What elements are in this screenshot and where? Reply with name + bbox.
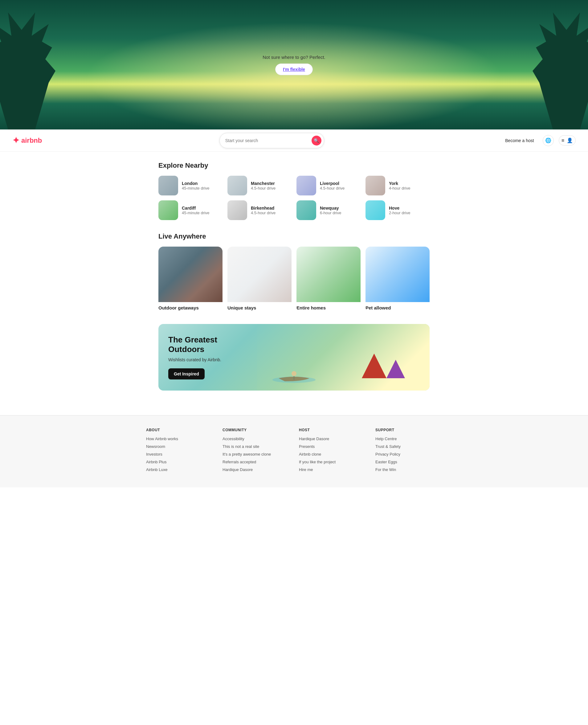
get-inspired-button[interactable]: Get Inspired: [168, 368, 205, 379]
nearby-item-newquay[interactable]: Newquay 6-hour drive: [296, 200, 361, 220]
canoe-svg: [266, 360, 322, 385]
nearby-item-birkenhead[interactable]: Birkenhead 4.5-hour drive: [227, 200, 292, 220]
nearby-info-birkenhead: Birkenhead 4.5-hour drive: [251, 206, 275, 215]
tent1-decoration: [362, 354, 386, 378]
navbar-right: Become a host 🌐 ≡ 👤: [501, 135, 576, 146]
navbar: ✦ airbnb 🔍 Become a host 🌐 ≡ 👤: [0, 129, 588, 152]
footer-support-link-3[interactable]: Easter Eggs: [375, 460, 442, 464]
hero-section: Not sure where to go? Perfect. I'm flexi…: [0, 0, 588, 129]
nearby-info-newquay: Newquay 6-hour drive: [320, 206, 341, 215]
footer-community-title: COMMUNITY: [223, 428, 289, 432]
footer-support-link-2[interactable]: Privacy Policy: [375, 452, 442, 457]
logo-icon: ✦: [12, 135, 19, 145]
footer-about-link-2[interactable]: Investors: [146, 452, 213, 457]
hamburger-icon: ≡: [562, 138, 564, 143]
hero-tagline: Not sure where to go? Perfect.: [262, 55, 325, 60]
footer-community-link-4[interactable]: Hardique Dasore: [223, 467, 289, 472]
nearby-item-hove[interactable]: Hove 2-hour drive: [365, 200, 429, 220]
footer-support-link-1[interactable]: Trust & Safety: [375, 444, 442, 449]
live-card-img-outdoor: [159, 247, 223, 302]
nearby-info-cardiff: Cardiff 45-minute drive: [182, 206, 210, 215]
nearby-thumb-manchester: [227, 176, 247, 195]
nearby-name-newquay: Newquay: [320, 206, 341, 210]
nearby-name-liverpool: Liverpool: [320, 181, 344, 186]
footer-host-section: HOST Hardique Dasore Presents Airbnb clo…: [299, 428, 365, 475]
nearby-item-london[interactable]: London 45-minute drive: [159, 176, 223, 195]
live-card-img-unique: [227, 247, 292, 302]
footer-host-link-4[interactable]: Hire me: [299, 467, 365, 472]
tent2-decoration: [386, 360, 405, 378]
footer-host-title: HOST: [299, 428, 365, 432]
nearby-name-cardiff: Cardiff: [182, 206, 210, 210]
footer-host-link-3[interactable]: If you like the project: [299, 460, 365, 464]
language-button[interactable]: 🌐: [543, 135, 554, 146]
footer-community-link-1[interactable]: This is not a real site: [223, 444, 289, 449]
nearby-name-london: London: [182, 181, 210, 186]
footer-community-section: COMMUNITY Accessibility This is not a re…: [223, 428, 289, 475]
live-card-outdoor[interactable]: Outdoor getaways: [159, 247, 223, 312]
user-icon: 👤: [567, 138, 573, 143]
nearby-info-hove: Hove 2-hour drive: [389, 206, 410, 215]
search-icon: 🔍: [314, 138, 319, 143]
live-card-unique[interactable]: Unique stays: [227, 247, 292, 312]
nearby-info-manchester: Manchester 4.5-hour drive: [251, 181, 275, 190]
logo-text: airbnb: [21, 137, 42, 145]
im-flexible-button[interactable]: I'm flexible: [275, 63, 313, 75]
nearby-time-manchester: 4.5-hour drive: [251, 186, 275, 190]
nearby-thumb-hove: [365, 200, 385, 220]
nearby-name-manchester: Manchester: [251, 181, 275, 186]
nearby-thumb-newquay: [296, 200, 316, 220]
footer-about-link-4[interactable]: Airbnb Luxe: [146, 467, 213, 472]
search-input[interactable]: [225, 138, 309, 143]
nearby-time-liverpool: 4.5-hour drive: [320, 186, 344, 190]
footer-community-link-2[interactable]: It's a pretty awesome clone: [223, 452, 289, 457]
footer-host-link-2[interactable]: Airbnb clone: [299, 452, 365, 457]
search-button[interactable]: 🔍: [312, 136, 321, 145]
footer-host-link-1[interactable]: Presents: [299, 444, 365, 449]
nearby-thumb-york: [365, 176, 385, 195]
footer-community-link-0[interactable]: Accessibility: [223, 436, 289, 441]
main-content: Explore Nearby London 45-minute drive Ma…: [146, 152, 442, 415]
live-anywhere-grid: Outdoor getaways Unique stays Entire hom…: [159, 247, 429, 312]
search-bar[interactable]: 🔍: [219, 133, 324, 148]
outdoors-banner-subtitle: Wishlists curated by Airbnb.: [168, 357, 247, 362]
footer-about-link-0[interactable]: How Airbnb works: [146, 436, 213, 441]
nearby-time-birkenhead: 4.5-hour drive: [251, 210, 275, 215]
nearby-item-cardiff[interactable]: Cardiff 45-minute drive: [159, 200, 223, 220]
footer-support-section: SUPPORT Help Centre Trust & Safety Priva…: [375, 428, 442, 475]
footer-about-link-1[interactable]: Newsroom: [146, 444, 213, 449]
explore-nearby-title: Explore Nearby: [159, 162, 429, 169]
nearby-item-york[interactable]: York 4-hour drive: [365, 176, 429, 195]
nearby-time-hove: 2-hour drive: [389, 210, 410, 215]
footer-support-title: SUPPORT: [375, 428, 442, 432]
footer-support-link-0[interactable]: Help Centre: [375, 436, 442, 441]
footer-about-link-3[interactable]: Airbnb Plus: [146, 460, 213, 464]
nearby-time-york: 4-hour drive: [389, 186, 410, 190]
nearby-thumb-birkenhead: [227, 200, 247, 220]
nearby-info-london: London 45-minute drive: [182, 181, 210, 190]
footer-host-link-0[interactable]: Hardique Dasore: [299, 436, 365, 441]
svg-point-1: [292, 371, 296, 376]
footer: ABOUT How Airbnb works Newsroom Investor…: [0, 415, 588, 487]
become-host-link[interactable]: Become a host: [501, 136, 538, 145]
live-card-label-unique: Unique stays: [227, 302, 292, 312]
live-card-img-pet: [365, 247, 429, 302]
footer-support-link-4[interactable]: For the Win: [375, 467, 442, 472]
outdoors-banner-image: [257, 324, 429, 391]
nearby-name-birkenhead: Birkenhead: [251, 206, 275, 210]
outdoors-banner-title: The Greatest Outdoors: [168, 335, 247, 354]
logo[interactable]: ✦ airbnb: [12, 135, 42, 145]
outdoors-banner-content: The Greatest Outdoors Wishlists curated …: [159, 324, 257, 391]
explore-nearby-grid: London 45-minute drive Manchester 4.5-ho…: [159, 176, 429, 220]
live-card-pet[interactable]: Pet allowed: [365, 247, 429, 312]
footer-about-title: ABOUT: [146, 428, 213, 432]
footer-about-section: ABOUT How Airbnb works Newsroom Investor…: [146, 428, 213, 475]
user-menu[interactable]: ≡ 👤: [559, 135, 576, 145]
nearby-item-manchester[interactable]: Manchester 4.5-hour drive: [227, 176, 292, 195]
footer-community-link-3[interactable]: Referrals accepted: [223, 460, 289, 464]
nearby-item-liverpool[interactable]: Liverpool 4.5-hour drive: [296, 176, 361, 195]
hero-content: Not sure where to go? Perfect. I'm flexi…: [262, 55, 325, 75]
footer-grid: ABOUT How Airbnb works Newsroom Investor…: [146, 428, 442, 475]
live-card-entire[interactable]: Entire homes: [296, 247, 361, 312]
live-card-img-entire: [296, 247, 361, 302]
